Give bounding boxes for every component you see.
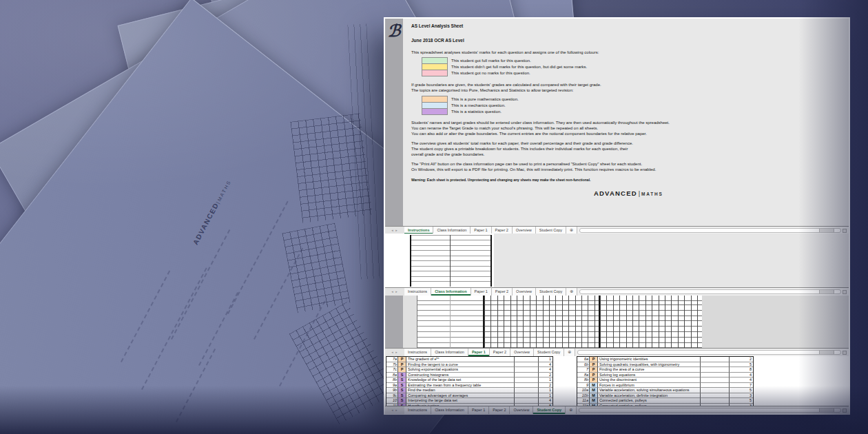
max-marks: 5 xyxy=(730,388,753,393)
question-number: 10a xyxy=(577,388,590,393)
category-badge: P xyxy=(398,367,406,373)
empty-cell xyxy=(701,398,730,404)
horizontal-scrollbar[interactable] xyxy=(577,406,849,414)
topic-description: Finding the tangent to a curve xyxy=(406,362,515,368)
add-sheet-button[interactable]: ⊕ xyxy=(566,406,577,414)
question-number: 10b xyxy=(577,393,590,399)
tab-paper-2[interactable]: Paper 2 xyxy=(489,406,510,414)
tab-instructions[interactable]: Instructions xyxy=(404,406,431,414)
horizontal-scrollbar[interactable] xyxy=(575,349,849,356)
scrollbar-button[interactable] xyxy=(843,409,847,413)
empty-cell xyxy=(515,398,539,404)
legend-swatch xyxy=(422,108,448,115)
scrollbar-track[interactable] xyxy=(579,228,841,233)
scrollbar-thumb[interactable] xyxy=(819,290,834,293)
sheet-background xyxy=(494,234,849,287)
sheet-nav-arrows-icon[interactable]: ◂ ▸ xyxy=(385,406,404,414)
tab-overview[interactable]: Overview xyxy=(510,406,533,414)
max-marks: 4 xyxy=(730,378,753,383)
marks-grid[interactable] xyxy=(599,296,703,348)
question-number: 9c xyxy=(386,393,398,399)
tab-paper-2[interactable]: Paper 2 xyxy=(492,288,513,296)
empty-cell xyxy=(515,383,539,389)
names-column[interactable] xyxy=(417,296,484,348)
tab-instructions[interactable]: Instructions xyxy=(404,349,431,356)
tab-class-information[interactable]: Class Information xyxy=(431,406,468,414)
empty-cell xyxy=(701,383,730,389)
question-number: 7b xyxy=(386,362,398,368)
tab-overview[interactable]: Overview xyxy=(513,288,536,296)
empty-cell xyxy=(515,362,539,368)
question-number: 10 xyxy=(386,398,398,404)
scrollbar-thumb[interactable] xyxy=(819,229,834,232)
scrollbar-button[interactable] xyxy=(843,229,847,233)
question-topic-table-right: 6aPUsing trigonometric identities26bPSol… xyxy=(577,356,754,406)
question-number: 11a xyxy=(577,398,590,404)
topic-description: Find the median xyxy=(406,388,515,393)
student-names-table[interactable] xyxy=(410,235,492,287)
tab-class-information[interactable]: Class Information xyxy=(431,288,471,296)
max-marks: 4 xyxy=(730,373,753,378)
marks-grid[interactable] xyxy=(483,296,600,348)
tab-student-copy[interactable]: Student Copy xyxy=(533,406,566,414)
question-number: 6b xyxy=(577,362,590,368)
scrollbar-track[interactable] xyxy=(579,408,841,413)
topic-description: Connected particles, pulleys xyxy=(598,398,701,404)
max-marks: 5 xyxy=(730,362,753,368)
tab-paper-1[interactable]: Paper 1 xyxy=(468,406,489,414)
add-sheet-button[interactable]: ⊕ xyxy=(566,288,577,296)
tab-instructions[interactable]: Instructions xyxy=(404,288,431,296)
tab-student-copy[interactable]: Student Copy xyxy=(534,349,564,356)
empty-cell xyxy=(701,357,730,362)
spreadsheet-window: ℬ AS Level Analysis Sheet June 2018 OCR … xyxy=(384,17,850,415)
empty-cell xyxy=(515,373,539,378)
category-badge: P xyxy=(398,362,406,368)
tab-student-copy[interactable]: Student Copy xyxy=(536,288,566,296)
scrollbar-button[interactable] xyxy=(843,290,847,294)
tab-class-information[interactable]: Class Information xyxy=(431,349,468,356)
horizontal-scrollbar[interactable] xyxy=(577,288,849,296)
tab-overview[interactable]: Overview xyxy=(510,349,534,356)
grade-boundaries-text: If grade boundaries are given, the stude… xyxy=(411,82,601,87)
scrollbar-thumb[interactable] xyxy=(819,351,834,354)
category-badge: S xyxy=(398,398,406,404)
marketing-banner: ADVANCED|MATHS ℬ AS Level Analysis Sheet… xyxy=(0,0,868,434)
max-marks: 4 xyxy=(539,362,552,368)
category-badge: S xyxy=(398,393,406,399)
category-badge: P xyxy=(590,373,598,378)
legend-label: This student got full marks for this que… xyxy=(451,58,531,64)
tab-paper-1[interactable]: Paper 1 xyxy=(471,288,492,296)
scrollbar-track[interactable] xyxy=(579,289,841,294)
empty-cell xyxy=(515,367,539,373)
sheet-nav-arrows-icon[interactable]: ◂ ▸ xyxy=(385,349,404,356)
sheet-tab-bar: ◂ ▸InstructionsClass InformationPaper 1P… xyxy=(385,287,849,296)
max-marks: 2 xyxy=(539,373,552,378)
topic-description: Knowledge of the large data set xyxy=(406,378,515,383)
max-marks: 1 xyxy=(539,378,552,383)
topic-description: Using the discriminant xyxy=(598,378,701,383)
max-marks: 2 xyxy=(539,383,552,389)
legend-label: This is a statistics question. xyxy=(451,109,502,115)
question-number: 7c xyxy=(386,367,398,373)
legend-row: This student got no marks for this quest… xyxy=(422,70,587,76)
names-para-line: You can rename the Target Grade to match… xyxy=(411,125,598,131)
sheet-tab-bar: ◂ ▸InstructionsClass InformationPaper 1P… xyxy=(385,406,849,414)
tab-paper-2[interactable]: Paper 2 xyxy=(490,349,510,356)
scrollbar-thumb[interactable] xyxy=(819,409,834,412)
scrollbar-track[interactable] xyxy=(577,350,841,355)
topic-description: Estimating the mean from a frequency tab… xyxy=(406,383,515,389)
overview-para-line: The overview gives all students' total m… xyxy=(411,141,633,146)
add-sheet-button[interactable]: ⊕ xyxy=(564,349,575,356)
legend-label: This student didn't get full marks for t… xyxy=(451,64,587,70)
tab-paper-1[interactable]: Paper 1 xyxy=(468,349,490,356)
category-badge: S xyxy=(398,388,406,393)
scrollbar-button[interactable] xyxy=(843,351,847,355)
category-badge: S xyxy=(398,383,406,389)
empty-cell xyxy=(515,393,539,399)
topic-description: Comparing advantages of averages xyxy=(406,393,515,399)
topic-description: Solving exponential equations xyxy=(406,367,515,373)
legend-label: This student got no marks for this quest… xyxy=(451,70,530,76)
max-marks: 4 xyxy=(539,367,552,373)
sheet-nav-arrows-icon[interactable]: ◂ ▸ xyxy=(385,288,404,296)
exam-series-subtitle: June 2018 OCR AS Level xyxy=(411,38,464,43)
